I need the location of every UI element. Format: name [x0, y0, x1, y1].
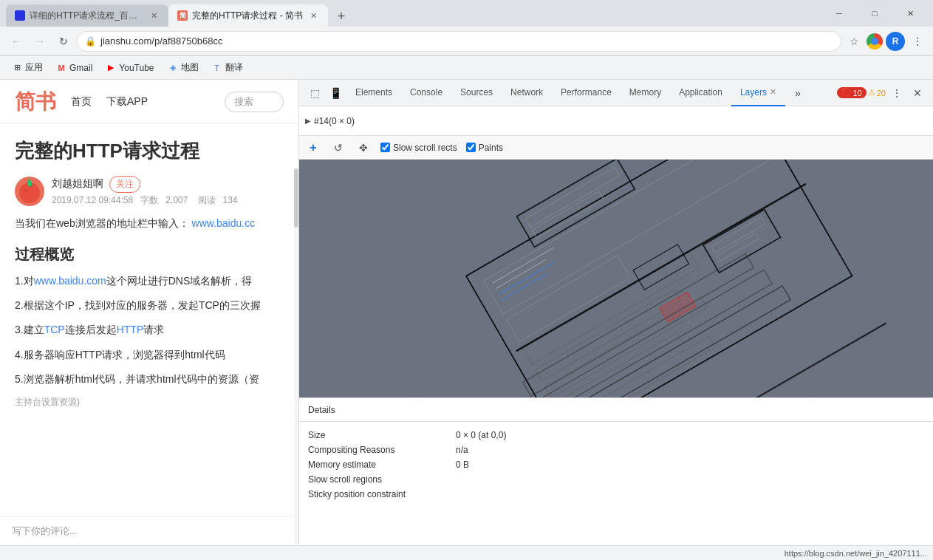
- translate-icon: T: [212, 63, 222, 73]
- details-panel: Details Size 0 × 0 (at 0,0) Compositing …: [299, 397, 933, 545]
- gmail-icon: M: [56, 63, 66, 73]
- bookmark-gmail[interactable]: M Gmail: [50, 60, 98, 76]
- bookmark-youtube-label: YouTube: [119, 63, 154, 73]
- slow-scroll-check[interactable]: [380, 143, 390, 152]
- canvas-toolbar: + ↺ ✥ Slow scroll rects Paints: [299, 136, 933, 160]
- devtools-close-button[interactable]: ✕: [908, 83, 927, 103]
- tab-sources[interactable]: Sources: [451, 80, 502, 106]
- reset-view-button[interactable]: +: [305, 140, 321, 156]
- url-text: jianshu.com/p/af88750b68cc: [100, 35, 833, 47]
- devtools-more-button[interactable]: ⋮: [887, 83, 906, 103]
- devtools-body: ▶ #14(0 × 0) + ↺ ✥ Slow scroll rects: [299, 106, 933, 545]
- intro-link[interactable]: www.baidu.cc: [192, 217, 256, 229]
- tab-layers[interactable]: Layers ✕: [731, 80, 785, 106]
- tab-elements-label: Elements: [355, 87, 392, 98]
- layers-visualization[interactable]: [299, 160, 933, 397]
- lock-icon: 🔒: [85, 36, 96, 47]
- scroll-thumb: [294, 168, 298, 228]
- layers-tree: ▶ #14(0 × 0): [299, 106, 933, 136]
- title-bar: 详细的HTTP请求流程_百度搜索 ✕ 简 完整的HTTP请求过程 - 简书 ✕ …: [0, 0, 933, 27]
- nav-download[interactable]: 下载APP: [106, 95, 148, 109]
- bookmark-apps-label: 应用: [25, 61, 43, 74]
- tabs-overflow-button[interactable]: »: [788, 83, 807, 103]
- tab-sources-label: Sources: [460, 87, 493, 98]
- details-row-sticky: Sticky position constraint: [308, 487, 924, 502]
- tree-item[interactable]: ▶ #14(0 × 0): [305, 116, 355, 126]
- tab-inactive[interactable]: 详细的HTTP请求流程_百度搜索 ✕: [6, 4, 168, 27]
- list-item-1: 1.对www.baidu.com这个网址进行DNS域名解析，得: [15, 272, 284, 290]
- profile-button[interactable]: R: [886, 32, 905, 51]
- tab-memory[interactable]: Memory: [621, 80, 670, 106]
- list-item-5: 5.浏览器解析html代码，并请求html代码中的资源（资: [15, 370, 284, 389]
- devtools-panel: ⬚ 📱 Elements Console Sources Network: [299, 80, 933, 545]
- url-bar[interactable]: 🔒 jianshu.com/p/af88750b68cc: [77, 31, 841, 52]
- word-count: 2,007: [165, 195, 188, 205]
- address-bar: ← → ↻ 🔒 jianshu.com/p/af88750b68cc ☆ R ⋮: [0, 27, 933, 56]
- tab-console[interactable]: Console: [401, 80, 451, 106]
- back-button[interactable]: ←: [6, 31, 27, 52]
- tab-inactive-close[interactable]: ✕: [148, 10, 160, 21]
- bookmark-gmail-label: Gmail: [69, 63, 92, 73]
- article-intro: 当我们在web浏览器的地址栏中输入： www.baidu.cc: [15, 214, 284, 233]
- section-title: 过程概览: [15, 245, 284, 264]
- details-table: Size 0 × 0 (at 0,0) Compositing Reasons …: [299, 422, 933, 508]
- sticky-key: Sticky position constraint: [308, 489, 456, 499]
- devtools-tabs: Elements Console Sources Network Perform…: [346, 80, 835, 106]
- rotate-view-button[interactable]: ↺: [330, 140, 346, 156]
- size-val: 0 × 0 (at 0,0): [456, 430, 506, 440]
- tab-elements[interactable]: Elements: [346, 80, 401, 106]
- tree-arrow-icon: ▶: [305, 117, 311, 125]
- memory-val: 0 B: [456, 460, 469, 470]
- details-row-size: Size 0 × 0 (at 0,0): [308, 428, 924, 443]
- devtools-cursor-icon[interactable]: ⬚: [305, 83, 324, 103]
- main-area: 简书 首页 下载APP 搜索 完整的HTTP请求过程: [0, 80, 933, 545]
- tab-network[interactable]: Network: [502, 80, 552, 106]
- search-input[interactable]: 搜索: [225, 92, 284, 112]
- compositing-key: Compositing Reasons: [308, 445, 456, 455]
- error-badge: 🚫 10: [837, 87, 867, 98]
- tab-layers-close[interactable]: ✕: [770, 87, 776, 97]
- slow-scroll-checkbox[interactable]: Slow scroll rects: [380, 143, 457, 153]
- browser-frame: 详细的HTTP请求流程_百度搜索 ✕ 简 完整的HTTP请求过程 - 简书 ✕ …: [0, 0, 933, 560]
- nav-home[interactable]: 首页: [71, 95, 92, 109]
- paints-checkbox[interactable]: Paints: [466, 143, 503, 153]
- forward-button[interactable]: →: [30, 31, 50, 52]
- tab-console-label: Console: [410, 87, 442, 98]
- follow-button[interactable]: 关注: [109, 176, 140, 193]
- window-controls: ─ □ ✕: [822, 2, 927, 24]
- tab-performance[interactable]: Performance: [552, 80, 621, 106]
- devtools-device-icon[interactable]: 📱: [326, 83, 345, 103]
- list-item-2-text: 2.根据这个IP，找到对应的服务器，发起TCP的三次握: [15, 299, 261, 311]
- minimize-button[interactable]: ─: [822, 2, 856, 24]
- paints-check[interactable]: [466, 143, 476, 152]
- tab-active-close[interactable]: ✕: [307, 10, 319, 21]
- author-avatar: [15, 177, 44, 206]
- refresh-button[interactable]: ↻: [53, 31, 74, 52]
- list-item-6: 主持台设置资源): [15, 395, 284, 411]
- scroll-indicator[interactable]: [294, 168, 298, 545]
- bookmark-apps[interactable]: ⊞ 应用: [6, 58, 49, 77]
- maximize-button[interactable]: □: [858, 2, 892, 24]
- comment-placeholder: 写下你的评论...: [12, 525, 78, 536]
- tab-application[interactable]: Application: [670, 80, 731, 106]
- intro-text: 当我们在web浏览器的地址栏中输入：: [15, 217, 189, 229]
- article-title-rest: 请求过程: [123, 140, 199, 162]
- bookmark-maps[interactable]: ◈ 地图: [162, 58, 205, 77]
- new-tab-button[interactable]: +: [331, 6, 352, 27]
- jianshu-header: 简书 首页 下载APP 搜索: [0, 80, 298, 124]
- details-row-compositing: Compositing Reasons n/a: [308, 443, 924, 457]
- bookmark-youtube[interactable]: ▶ YouTube: [100, 60, 160, 76]
- devtools-toolbar: ⬚ 📱 Elements Console Sources Network: [299, 80, 933, 106]
- tab-active[interactable]: 简 完整的HTTP请求过程 - 简书 ✕: [168, 4, 328, 27]
- tab-strip: 详细的HTTP请求流程_百度搜索 ✕ 简 完整的HTTP请求过程 - 简书 ✕ …: [6, 0, 816, 27]
- tab-active-title: 完整的HTTP请求过程 - 简书: [192, 10, 303, 22]
- close-button[interactable]: ✕: [893, 2, 927, 24]
- menu-button[interactable]: ⋮: [908, 32, 927, 51]
- jianshu-logo: 简书: [15, 88, 56, 116]
- maps-icon: ◈: [168, 63, 178, 73]
- comment-input[interactable]: 写下你的评论...: [0, 516, 298, 545]
- memory-key: Memory estimate: [308, 460, 456, 470]
- bookmark-translate[interactable]: T 翻译: [206, 58, 249, 77]
- pan-view-button[interactable]: ✥: [355, 140, 372, 156]
- bookmark-icon[interactable]: ☆: [844, 32, 864, 51]
